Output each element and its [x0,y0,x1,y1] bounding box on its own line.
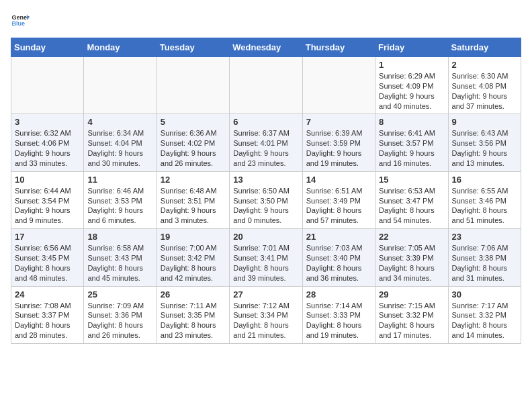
day-info: Sunset: 4:09 PM [379,81,444,91]
day-info: Daylight: 8 hours and 48 minutes. [15,263,80,283]
calendar-cell [84,57,157,114]
day-info: Sunrise: 6:44 AM [15,186,80,196]
day-info: Sunset: 3:59 PM [306,138,371,148]
day-info: Daylight: 8 hours and 36 minutes. [306,263,371,283]
day-info: Sunset: 3:46 PM [452,196,517,206]
calendar-cell: 29Sunrise: 7:15 AMSunset: 3:32 PMDayligh… [375,286,448,343]
day-info: Sunset: 3:53 PM [87,196,152,206]
week-row-4: 17Sunrise: 6:56 AMSunset: 3:45 PMDayligh… [11,229,521,286]
day-info: Sunrise: 6:41 AM [379,128,444,138]
day-number: 2 [452,60,517,70]
logo-icon: General Blue [11,11,30,30]
day-info: Sunrise: 6:37 AM [233,128,298,138]
day-info: Sunrise: 6:34 AM [87,128,152,138]
day-info: Daylight: 8 hours and 23 minutes. [161,320,226,340]
weekday-header-thursday: Thursday [302,38,375,57]
day-number: 18 [87,232,152,242]
day-info: Daylight: 8 hours and 42 minutes. [161,263,226,283]
day-info: Sunset: 3:54 PM [15,196,80,206]
day-info: Sunrise: 7:11 AM [161,301,226,311]
calendar-cell: 10Sunrise: 6:44 AMSunset: 3:54 PMDayligh… [11,171,84,228]
day-info: Daylight: 8 hours and 34 minutes. [379,263,444,283]
day-info: Sunset: 4:06 PM [15,138,80,148]
calendar-cell [11,57,84,114]
calendar-cell: 21Sunrise: 7:03 AMSunset: 3:40 PMDayligh… [302,229,375,286]
calendar-cell: 30Sunrise: 7:17 AMSunset: 3:32 PMDayligh… [448,286,521,343]
day-info: Sunrise: 7:09 AM [87,301,152,311]
day-info: Daylight: 8 hours and 39 minutes. [233,263,298,283]
day-number: 7 [306,117,371,127]
weekday-header-wednesday: Wednesday [230,38,302,57]
day-number: 11 [87,175,152,185]
weekday-header-monday: Monday [84,38,157,57]
day-info: Daylight: 8 hours and 26 minutes. [87,320,152,340]
day-info: Daylight: 9 hours and 0 minutes. [233,205,298,226]
day-info: Sunrise: 6:43 AM [452,128,517,138]
weekday-header-row: SundayMondayTuesdayWednesdayThursdayFrid… [11,38,521,57]
day-info: Sunrise: 6:39 AM [306,128,371,138]
day-info: Sunset: 3:32 PM [452,310,517,320]
day-info: Daylight: 9 hours and 40 minutes. [379,91,444,111]
calendar-cell: 26Sunrise: 7:11 AMSunset: 3:35 PMDayligh… [157,286,229,343]
day-info: Sunrise: 7:14 AM [306,301,371,311]
calendar-cell [157,57,229,114]
calendar-cell: 2Sunrise: 6:30 AMSunset: 4:08 PMDaylight… [448,57,521,114]
day-info: Daylight: 8 hours and 57 minutes. [306,205,371,226]
day-info: Daylight: 9 hours and 16 minutes. [379,148,444,169]
day-info: Sunrise: 6:29 AM [379,71,444,81]
day-info: Daylight: 9 hours and 37 minutes. [452,91,517,111]
day-number: 12 [161,175,226,185]
day-number: 4 [87,117,152,127]
week-row-2: 3Sunrise: 6:32 AMSunset: 4:06 PMDaylight… [11,114,521,171]
day-number: 26 [161,289,226,300]
calendar-cell: 1Sunrise: 6:29 AMSunset: 4:09 PMDaylight… [375,57,448,114]
day-info: Sunset: 3:45 PM [15,253,80,263]
weekday-header-sunday: Sunday [11,38,84,57]
day-info: Sunrise: 6:56 AM [15,243,80,253]
day-info: Daylight: 8 hours and 21 minutes. [233,320,298,340]
svg-text:Blue: Blue [11,20,25,27]
day-info: Daylight: 8 hours and 31 minutes. [452,263,517,283]
day-number: 24 [15,289,80,300]
day-info: Sunrise: 7:17 AM [452,301,517,311]
day-number: 27 [233,289,298,300]
day-info: Daylight: 9 hours and 30 minutes. [87,148,152,169]
day-number: 3 [15,117,80,127]
day-info: Sunrise: 6:58 AM [87,243,152,253]
day-number: 8 [379,117,444,127]
calendar-cell: 16Sunrise: 6:55 AMSunset: 3:46 PMDayligh… [448,171,521,228]
day-info: Sunset: 3:35 PM [161,310,226,320]
day-info: Sunrise: 6:50 AM [233,186,298,196]
day-number: 13 [233,175,298,185]
weekday-header-saturday: Saturday [448,38,521,57]
day-info: Sunset: 4:04 PM [87,138,152,148]
week-row-1: 1Sunrise: 6:29 AMSunset: 4:09 PMDaylight… [11,57,521,114]
day-info: Sunrise: 7:01 AM [233,243,298,253]
day-info: Daylight: 9 hours and 13 minutes. [452,148,517,169]
day-info: Daylight: 9 hours and 19 minutes. [306,148,371,169]
calendar-cell: 25Sunrise: 7:09 AMSunset: 3:36 PMDayligh… [84,286,157,343]
day-info: Sunset: 4:02 PM [161,138,226,148]
day-number: 6 [233,117,298,127]
day-info: Daylight: 8 hours and 54 minutes. [379,205,444,226]
day-info: Sunrise: 6:51 AM [306,186,371,196]
day-info: Sunrise: 6:55 AM [452,186,517,196]
day-info: Sunset: 3:57 PM [379,138,444,148]
day-number: 10 [15,175,80,185]
day-info: Sunset: 3:32 PM [379,310,444,320]
day-info: Sunrise: 7:15 AM [379,301,444,311]
weekday-header-tuesday: Tuesday [157,38,229,57]
day-number: 20 [233,232,298,242]
day-info: Sunset: 3:47 PM [379,196,444,206]
day-info: Sunset: 3:42 PM [161,253,226,263]
day-info: Daylight: 8 hours and 45 minutes. [87,263,152,283]
day-info: Sunrise: 7:12 AM [233,301,298,311]
calendar-cell [230,57,302,114]
day-info: Sunrise: 6:46 AM [87,186,152,196]
day-number: 1 [379,60,444,70]
day-info: Sunrise: 7:06 AM [452,243,517,253]
logo: General Blue [11,11,30,30]
calendar-cell: 14Sunrise: 6:51 AMSunset: 3:49 PMDayligh… [302,171,375,228]
day-info: Sunset: 3:49 PM [306,196,371,206]
week-row-5: 24Sunrise: 7:08 AMSunset: 3:37 PMDayligh… [11,286,521,343]
